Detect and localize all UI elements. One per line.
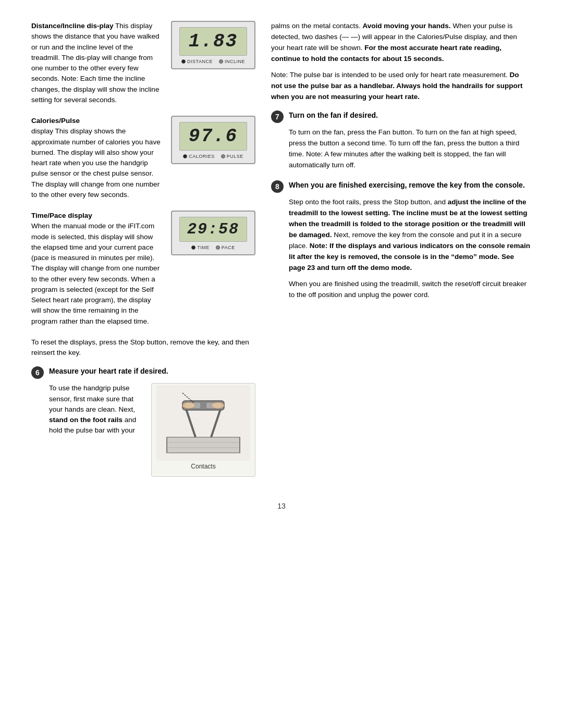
pace-dot [216,245,220,250]
time-dot [191,245,195,250]
distance-incline-text: Distance/Incline dis-play This display s… [31,21,163,108]
incline-label: INCLINE [219,59,245,64]
step7-section: 7 Turn on the fan if desired. To turn on… [271,110,532,171]
treadmill-illustration: Contacts [151,383,255,477]
distance-dot [181,59,186,64]
step8-header: 8 When you are finished exercising, remo… [271,180,532,193]
step8-content: Step onto the foot rails, press the Stop… [289,197,532,300]
time-text: Time/Pace display When the manual mode o… [31,211,163,330]
calories-dot [183,154,187,158]
svg-point-11 [182,402,195,409]
calories-text: Calories/Pulse display This display show… [31,116,163,203]
step6-title: Measure your heart rate if desired. [49,366,168,377]
step6-header: 6 Measure your heart rate if desired. [31,366,255,379]
step6-circle: 6 [31,366,44,379]
time-para: Time/Pace display When the manual mode o… [31,211,163,327]
contacts-label: Contacts [191,463,215,470]
step8-title: When you are finished exercising, remove… [289,180,525,191]
calories-pulse-section: Calories/Pulse display This display show… [31,116,255,203]
left-column: Distance/Incline dis-play This display s… [31,21,255,486]
heart-rate-text: To use the handgrip pulse sensor, first … [49,383,143,441]
incline-dot [219,59,223,64]
time-label: TIME [191,245,210,250]
calories-lcd-screen: 97.6 [179,122,247,151]
step6-section: 6 Measure your heart rate if desired. To… [31,366,255,477]
calories-lcd-labels: CALORIES PULSE [183,154,243,159]
time-lcd-display: 29:58 TIME PACE [171,211,255,255]
page-number: 13 [31,502,532,510]
calories-lcd-display: 97.6 CALORIES PULSE [171,116,255,164]
step8-para1: Step onto the foot rails, press the Stop… [289,197,532,273]
pace-label: PACE [216,245,235,250]
time-lcd-labels: TIME PACE [191,245,235,250]
distance-lcd-screen: 1.83 [179,27,247,56]
distance-lcd-labels: DISTANCE INCLINE [181,59,245,64]
step6-content: To use the handgrip pulse sensor, first … [49,383,255,477]
distance-lcd-display: 1.83 DISTANCE INCLINE [171,21,255,69]
page-layout: Distance/Incline dis-play This display s… [31,21,532,486]
distance-incline-section: Distance/Incline dis-play This display s… [31,21,255,108]
calories-label: CALORIES [183,154,215,159]
time-lcd-screen: 29:58 [179,217,247,242]
right-column: palms on the metal contacts. Avoid movin… [271,21,532,486]
palms-para: palms on the metal contacts. Avoid movin… [271,21,532,65]
note-pulse-para: Note: The pulse bar is intended to be us… [271,70,532,103]
time-pace-section: Time/Pace display When the manual mode o… [31,211,255,330]
svg-point-12 [212,402,224,409]
heart-rate-flex: To use the handgrip pulse sensor, first … [49,383,255,477]
step8-circle: 8 [271,180,284,193]
step7-circle: 7 [271,110,284,123]
reset-text: To reset the displays, press the Stop bu… [31,337,255,359]
pulse-label: PULSE [221,154,243,159]
distance-heading: Distance/Incline dis-play This display s… [31,21,163,105]
step7-title: Turn on the fan if desired. [289,110,378,121]
step7-header: 7 Turn on the fan if desired. [271,110,532,123]
pulse-dot [221,154,225,158]
treadmill-svg [156,385,250,461]
distance-label: DISTANCE [181,59,213,64]
calories-para: Calories/Pulse display This display show… [31,116,163,200]
step7-content: To turn on the fan, press the Fan button… [289,127,532,171]
step8-para2: When you are finished using the treadmil… [289,279,532,301]
step7-text: To turn on the fan, press the Fan button… [289,127,532,171]
step6-para: To use the handgrip pulse sensor, first … [49,383,143,436]
step8-section: 8 When you are finished exercising, remo… [271,180,532,300]
